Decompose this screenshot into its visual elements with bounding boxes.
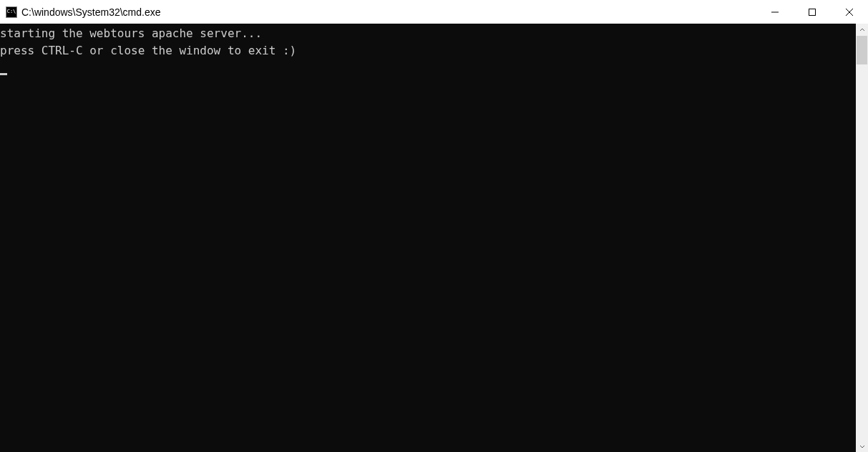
vertical-scrollbar[interactable]: [856, 24, 868, 452]
chevron-down-icon: [859, 443, 865, 449]
window-title: C:\windows\System32\cmd.exe: [21, 6, 161, 18]
svg-rect-1: [809, 9, 816, 15]
cmd-icon-text: C:\: [7, 9, 16, 14]
content-area: starting the webtours apache server...pr…: [0, 24, 868, 452]
maximize-icon: [808, 8, 816, 16]
terminal-line-2: press CTRL-C or close the window to exit…: [0, 42, 856, 59]
scroll-up-button[interactable]: [856, 24, 868, 36]
minimize-button[interactable]: [756, 0, 794, 24]
close-icon: [845, 8, 854, 16]
titlebar-left: C:\ C:\windows\System32\cmd.exe: [0, 6, 161, 18]
minimize-icon: [771, 8, 779, 16]
window-titlebar: C:\ C:\windows\System32\cmd.exe: [0, 0, 868, 24]
terminal-cursor: [0, 73, 7, 75]
close-button[interactable]: [831, 0, 868, 24]
window-controls: [756, 0, 868, 24]
cmd-icon: C:\: [6, 6, 17, 18]
maximize-button[interactable]: [794, 0, 831, 24]
scroll-down-button[interactable]: [856, 440, 868, 452]
scroll-track[interactable]: [856, 36, 868, 440]
chevron-up-icon: [859, 27, 865, 33]
terminal-output[interactable]: starting the webtours apache server...pr…: [0, 24, 856, 452]
scroll-thumb[interactable]: [857, 36, 867, 64]
terminal-line-1: starting the webtours apache server...: [0, 25, 856, 42]
